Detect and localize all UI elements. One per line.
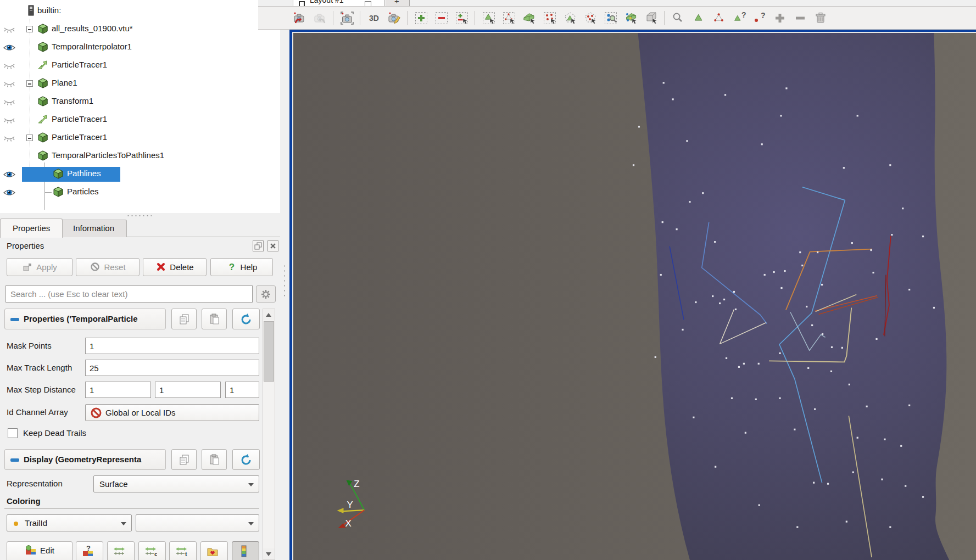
render-view-canvas[interactable]: Z Y X [293, 33, 976, 560]
rescale-over-time-icon[interactable]: t [169, 541, 197, 560]
panel-viewport-splitter[interactable] [280, 0, 289, 560]
copy-properties-icon[interactable] [171, 309, 197, 329]
tree-collapse-icon[interactable] [26, 80, 33, 87]
reset-button[interactable]: Reset [76, 258, 140, 276]
float-panel-icon[interactable] [253, 240, 264, 251]
select-block-icon[interactable] [643, 9, 660, 27]
select-points-on-icon[interactable] [500, 9, 518, 27]
particle-point [866, 406, 868, 407]
render-view[interactable]: Z Y X [289, 30, 976, 560]
particle-point [719, 303, 721, 304]
color-component-combo[interactable] [136, 514, 259, 531]
visibility-off-eye-icon[interactable] [2, 95, 16, 109]
tree-collapse-icon[interactable] [26, 135, 33, 141]
scrollbar-thumb[interactable] [264, 321, 274, 382]
tab-properties[interactable]: Properties [0, 219, 63, 238]
layout-tab[interactable]: Layout #1 [293, 0, 384, 7]
select-points-polygon-icon[interactable] [582, 9, 599, 27]
tab-information[interactable]: Information [60, 220, 127, 237]
pipeline-item[interactable]: Pathlines [0, 165, 280, 183]
reset-display-defaults-icon[interactable] [232, 449, 260, 470]
rescale-to-data-range-icon[interactable] [107, 541, 135, 560]
close-panel-icon[interactable] [267, 240, 278, 251]
color-array-combo[interactable]: TrailId [7, 514, 132, 531]
shrink-selection-icon[interactable] [791, 9, 809, 27]
choose-preset-favorites-icon[interactable] [200, 541, 228, 560]
query-points-icon[interactable]: ? [751, 9, 768, 27]
grow-selection-icon[interactable] [771, 9, 789, 27]
select-cells-polygon-icon[interactable] [561, 9, 579, 27]
visibility-on-eye-icon[interactable] [2, 186, 16, 199]
select-cells-through-icon[interactable] [521, 9, 538, 27]
select-cells-add-icon[interactable] [412, 9, 430, 27]
pipeline-item[interactable]: ParticleTracer1 [0, 129, 280, 147]
capture-screenshot-icon[interactable] [338, 9, 356, 27]
hover-cells-icon[interactable] [690, 9, 707, 27]
pipeline-item[interactable]: all_results_01900.vtu* [0, 20, 280, 38]
pipeline-item[interactable]: Particles [0, 183, 280, 201]
toggle-3d-icon[interactable]: 3D [365, 9, 383, 27]
edit-color-map-button[interactable]: Edit [7, 541, 72, 560]
search-options-gear-icon[interactable] [256, 285, 276, 303]
max-step-distance-z-input[interactable] [225, 382, 259, 398]
pipeline-item[interactable]: builtin: [0, 2, 280, 20]
max-step-distance-y-input[interactable] [155, 382, 221, 398]
search-input[interactable] [5, 285, 253, 303]
pipeline-item[interactable]: TemporalParticlesToPathlines1 [0, 147, 280, 165]
delete-button[interactable]: Delete [143, 258, 207, 276]
mask-points-input[interactable] [85, 338, 259, 354]
id-channel-array-combo[interactable]: Global or Local IDs [85, 404, 259, 421]
pipeline-item[interactable]: Transform1 [0, 93, 280, 111]
copy-display-icon[interactable] [171, 449, 197, 470]
cube-icon [52, 185, 65, 198]
select-cells-on-icon[interactable] [480, 9, 498, 27]
choose-preset-icon[interactable]: ? [76, 541, 103, 560]
select-points-add-icon[interactable] [433, 9, 450, 27]
add-layout-tab[interactable]: + [386, 0, 410, 7]
visibility-off-eye-icon[interactable] [2, 59, 16, 72]
section-header-display[interactable]: Display (GeometryRepresenta [4, 449, 166, 470]
keep-dead-trails-checkbox[interactable] [8, 428, 18, 438]
camera-redo-icon[interactable] [311, 9, 329, 27]
apply-button[interactable]: Apply [7, 258, 72, 276]
paste-properties-icon[interactable] [202, 309, 227, 329]
pipeline-item[interactable]: ParticleTracer1 [0, 111, 280, 129]
query-cells-icon[interactable]: ? [730, 9, 748, 27]
visibility-off-eye-icon[interactable] [2, 131, 16, 145]
scroll-down-icon[interactable] [263, 548, 275, 559]
scroll-up-icon[interactable] [263, 309, 275, 320]
interactive-select-points-icon[interactable] [602, 9, 620, 27]
tree-collapse-icon[interactable] [26, 26, 33, 32]
pipeline-item[interactable]: Plane1 [0, 75, 280, 93]
max-step-distance-x-input[interactable] [85, 382, 151, 398]
reset-to-defaults-icon[interactable] [232, 309, 260, 329]
camera-undo-icon[interactable] [291, 9, 309, 27]
layout-checkbox-icon[interactable] [299, 1, 305, 7]
rescale-to-custom-range-icon[interactable]: c [138, 541, 166, 560]
visibility-on-eye-icon[interactable] [2, 167, 16, 181]
max-track-length-input[interactable] [85, 360, 259, 376]
visibility-off-eye-icon[interactable] [2, 77, 16, 91]
visibility-off-eye-icon[interactable] [2, 23, 16, 36]
selection-modifier-icon[interactable] [453, 9, 471, 27]
show-color-legend-toggle[interactable] [232, 541, 259, 560]
clear-selection-icon[interactable] [812, 9, 829, 27]
visibility-off-eye-icon[interactable] [2, 113, 16, 127]
paste-display-icon[interactable] [202, 449, 227, 470]
pipeline-item[interactable]: TemporalInterpolator1 [0, 38, 280, 57]
representation-combo[interactable]: Surface [93, 475, 259, 492]
panel-splitter[interactable] [0, 213, 280, 219]
surface-geometry[interactable] [638, 33, 949, 560]
adjust-camera-icon[interactable] [386, 9, 403, 27]
hover-points-icon[interactable] [710, 9, 728, 27]
zoom-to-selection-icon[interactable] [670, 9, 687, 27]
pipeline-item[interactable]: ParticleTracer1 [0, 57, 280, 75]
properties-scrollbar[interactable] [263, 309, 275, 560]
layout-split-icon[interactable] [365, 1, 371, 7]
visibility-on-eye-icon[interactable] [2, 41, 16, 54]
interactive-select-cells-icon[interactable] [622, 9, 640, 27]
paraview-window: builtin:all_results_01900.vtu*TemporalIn… [0, 0, 976, 560]
select-points-through-icon[interactable] [541, 9, 559, 27]
help-button[interactable]: ?Help [210, 258, 273, 276]
section-header-properties[interactable]: Properties ('TemporalParticle [4, 309, 166, 329]
